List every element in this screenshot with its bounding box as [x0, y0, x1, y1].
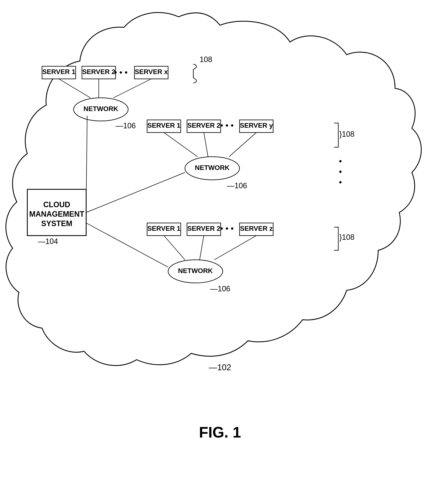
- main-diagram-svg: —102 108 SERVER 1 SERVER 2 • • • SERVER …: [0, 0, 440, 463]
- server1-top-label: SERVER 1: [42, 68, 75, 75]
- svg-line-3: [86, 116, 87, 202]
- vertical-dots2: •: [339, 167, 342, 176]
- network-bot-label: NETWORK: [178, 267, 213, 274]
- diagram-container: —102 108 SERVER 1 SERVER 2 • • • SERVER …: [0, 0, 440, 463]
- serverz-bot-label: SERVER z: [240, 225, 273, 232]
- network-top-id: —106: [116, 121, 136, 130]
- dots-mid: • • •: [220, 121, 234, 130]
- svg-line-8: [164, 236, 185, 260]
- top-group-label-108: 108: [200, 55, 212, 64]
- svg-line-2: [113, 79, 151, 98]
- cms-label-line3: SYSTEM: [41, 219, 72, 228]
- svg-line-6: [229, 132, 256, 157]
- mid-group-label-108: }108: [339, 130, 355, 138]
- server1-mid-label: SERVER 1: [147, 122, 180, 129]
- svg-line-4: [164, 132, 197, 157]
- server1-bot-label: SERVER 1: [147, 225, 180, 232]
- vertical-dots: •: [339, 157, 342, 166]
- servery-mid-label: SERVER y: [240, 122, 273, 129]
- dots-bot: • • •: [220, 224, 234, 233]
- figure-label: FIG. 1: [199, 424, 241, 441]
- svg-line-7: [86, 173, 185, 213]
- svg-line-10: [214, 236, 256, 260]
- dots-top: • • •: [114, 68, 127, 77]
- server2-bot-label: SERVER 2: [187, 225, 220, 232]
- svg-line-5: [204, 132, 208, 157]
- server2-mid-label: SERVER 2: [187, 122, 220, 129]
- vertical-dots3: •: [339, 177, 342, 187]
- cms-id-label: —104: [38, 237, 58, 246]
- cms-label-line1: CLOUD: [43, 200, 70, 209]
- network-top-label: NETWORK: [83, 105, 118, 113]
- network-mid-label: NETWORK: [195, 164, 230, 172]
- network-bot-id: —106: [210, 284, 230, 293]
- network-mid-id: —106: [227, 181, 247, 190]
- cloud-id-label: —102: [209, 363, 231, 372]
- svg-line-9: [200, 236, 204, 260]
- cms-label-line2: MANAGEMENT: [29, 210, 84, 218]
- server2-top-label: SERVER 2: [82, 68, 115, 75]
- bot-group-label-108: }108: [339, 233, 355, 242]
- serverx-top-label: SERVER x: [135, 68, 168, 75]
- svg-line-0: [59, 79, 90, 98]
